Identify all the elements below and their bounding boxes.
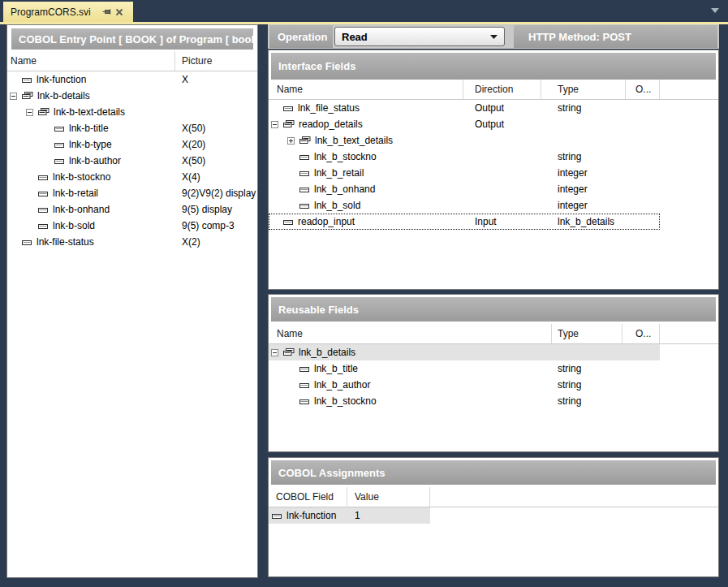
row-lnk-b-text-details[interactable]: lnk_b_text_details	[269, 132, 718, 149]
cell-picture: X(50)	[175, 153, 257, 169]
row-readop-input[interactable]: readop_inputInputlnk_b_details	[269, 214, 718, 230]
row-lnk-function[interactable]: lnk-functionX	[7, 71, 257, 88]
collapse-minus-icon[interactable]	[271, 121, 278, 128]
row-label: lnk-b-type	[69, 139, 112, 150]
row-label: lnk_b_onhand	[314, 183, 375, 195]
row-lnk-b-title[interactable]: lnk-b-titleX(50)	[7, 120, 257, 136]
row-name-cell: lnk_b_onhand	[269, 181, 463, 197]
cell-filler	[660, 360, 718, 377]
cell-type: string	[552, 377, 622, 393]
column-header-o[interactable]: O...	[626, 80, 660, 99]
cell-picture: X(4)	[175, 169, 257, 185]
cell-picture: 9(5) display	[175, 201, 257, 218]
column-header-name[interactable]: Name	[269, 324, 552, 343]
row-readop-details[interactable]: readop_detailsOutput	[269, 116, 718, 132]
reusable-fields-section: Reusable Fields NameTypeO... lnk_b_detai…	[268, 294, 719, 452]
row-lnk-b-details[interactable]: lnk_b_details	[269, 344, 718, 360]
row-lnk-b-author[interactable]: lnk_b_authorstring	[269, 377, 718, 393]
row-lnk-b-sold[interactable]: lnk-b-sold9(5) comp-3	[7, 218, 257, 234]
column-header-o[interactable]: O...	[622, 324, 660, 343]
entry-point-header: COBOL Entry Point [ BOOK ] of Program [ …	[11, 28, 253, 50]
row-lnk-file-status[interactable]: lnk_file_statusOutputstring	[269, 100, 718, 116]
row-label: lnk-b-stockno	[53, 171, 110, 183]
row-lnk-b-details[interactable]: lnk-b-details	[7, 88, 257, 104]
field-icon	[299, 184, 311, 194]
cell-type: string	[552, 393, 622, 409]
row-name-cell: lnk-b-details	[7, 88, 175, 104]
cell-filler	[660, 165, 718, 181]
field-icon	[299, 396, 311, 406]
row-lnk-b-title[interactable]: lnk_b_titlestring	[269, 360, 718, 377]
row-lnk-b-text-details[interactable]: lnk-b-text-details	[7, 104, 257, 120]
cell-direction	[463, 181, 541, 197]
row-lnk-b-retail[interactable]: lnk-b-retail9(2)V9(2) display	[7, 185, 257, 201]
column-header-value[interactable]: Value	[347, 487, 430, 507]
close-icon[interactable]	[114, 6, 126, 18]
cell-occurs	[626, 116, 660, 132]
row-name-cell: lnk_b_details	[269, 344, 552, 360]
pin-icon[interactable]	[101, 6, 114, 18]
tab-title: ProgramCORS.svi	[11, 6, 91, 18]
row-lnk-b-sold[interactable]: lnk_b_soldinteger	[269, 197, 718, 214]
row-lnk-b-stockno[interactable]: lnk_b_stocknostring	[269, 393, 718, 409]
field-icon	[282, 217, 295, 227]
cell-direction	[463, 197, 541, 214]
field-icon	[299, 380, 311, 390]
interface-fields-title: Interface Fields	[271, 53, 716, 80]
column-header-name[interactable]: Name	[7, 51, 175, 71]
cell-type	[552, 344, 622, 360]
operation-select[interactable]: Read	[334, 27, 505, 46]
row-label: lnk-b-onhand	[53, 204, 110, 215]
cell-type	[541, 132, 626, 149]
group-icon	[282, 119, 295, 129]
row-lnk-file-status[interactable]: lnk-file-statusX(2)	[7, 234, 257, 250]
cell-occurs	[626, 197, 660, 214]
row-lnk-b-retail[interactable]: lnk_b_retailinteger	[269, 165, 718, 181]
cell-direction: Output	[463, 100, 541, 116]
cell-occurs	[622, 360, 660, 377]
row-label: lnk-b-details	[37, 90, 90, 101]
row-lnk-b-onhand[interactable]: lnk-b-onhand9(5) display	[7, 201, 257, 218]
row-lnk-b-author[interactable]: lnk-b-authorX(50)	[7, 153, 257, 169]
row-label: lnk-b-retail	[53, 188, 98, 199]
row-lnk-b-type[interactable]: lnk-b-typeX(20)	[7, 136, 257, 153]
expand-plus-icon[interactable]	[287, 137, 295, 145]
row-lnk-function[interactable]: lnk-function1	[269, 507, 718, 524]
cell-picture: 9(2)V9(2) display	[175, 185, 257, 201]
cell-filler	[660, 377, 718, 393]
row-name-cell: lnk-file-status	[7, 234, 175, 250]
collapse-minus-icon[interactable]	[10, 93, 17, 100]
row-lnk-b-stockno[interactable]: lnk-b-stocknoX(4)	[7, 169, 257, 185]
row-name-cell: lnk_file_status	[269, 100, 463, 116]
column-header-cobol-field[interactable]: COBOL Field	[269, 487, 347, 507]
row-label: lnk_b_text_details	[315, 135, 393, 146]
row-name-cell: lnk_b_text_details	[269, 132, 463, 149]
reusable-fields-rows: lnk_b_detailslnk_b_titlestringlnk_b_auth…	[269, 344, 718, 451]
collapse-minus-icon[interactable]	[26, 109, 33, 116]
column-header-name[interactable]: Name	[269, 80, 463, 99]
row-label: lnk_b_stockno	[314, 151, 377, 162]
column-header-direction[interactable]: Direction	[463, 80, 541, 99]
column-header-picture[interactable]: Picture	[175, 51, 257, 71]
field-icon	[37, 205, 50, 214]
group-icon	[299, 136, 312, 145]
row-label: readop_input	[298, 216, 355, 227]
field-icon	[54, 140, 66, 149]
row-name-cell: lnk-b-retail	[7, 185, 175, 201]
row-name-cell: lnk_b_author	[269, 377, 552, 393]
column-header-type[interactable]: Type	[541, 80, 626, 99]
column-header-type[interactable]: Type	[552, 324, 622, 343]
cell-occurs	[626, 214, 660, 230]
row-lnk-b-onhand[interactable]: lnk_b_onhandinteger	[269, 181, 718, 197]
cobol-entry-point-panel: COBOL Entry Point [ BOOK ] of Program [ …	[6, 24, 258, 578]
row-lnk-b-stockno[interactable]: lnk_b_stocknostring	[269, 149, 718, 165]
field-icon	[37, 221, 50, 231]
operation-bar: Operation Read HTTP Method: POST	[268, 24, 719, 49]
row-label: lnk_b_retail	[314, 167, 364, 179]
collapse-minus-icon[interactable]	[271, 349, 278, 356]
cell-filler	[660, 214, 718, 230]
cell-picture: X(50)	[175, 120, 257, 136]
tab-programcors-svi[interactable]: ProgramCORS.svi	[3, 2, 133, 22]
tab-list-chevron-icon[interactable]	[711, 8, 719, 13]
cell-occurs	[626, 181, 660, 197]
